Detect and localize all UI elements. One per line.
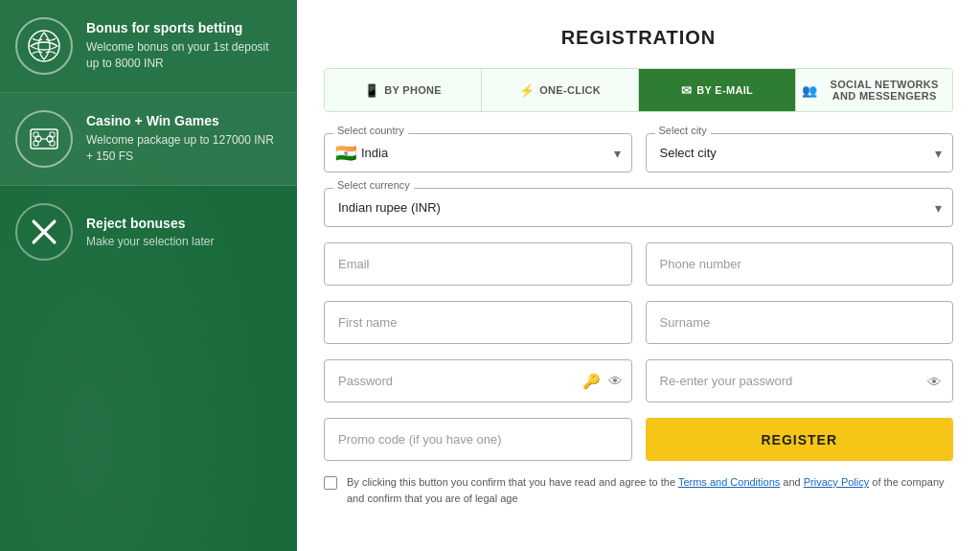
terms-text-middle: and [780,476,803,488]
sports-bonus-title: Bonus for sports betting [86,20,282,35]
city-label: Select city [655,125,711,136]
firstname-field [324,301,632,344]
casino-bonus-title: Casino + Win Games [86,113,282,128]
city-select[interactable]: Select city [646,133,954,172]
terms-row: By clicking this button you confirm that… [324,474,953,506]
email-field [324,242,632,286]
surname-field [646,301,954,344]
reject-desc: Make your selection later [86,235,214,248]
sidebar: Bonus for sports betting Welcome bonus o… [0,0,297,551]
promo-field [324,418,632,461]
firstname-input[interactable] [324,301,632,344]
sports-bonus-text: Bonus for sports betting Welcome bonus o… [86,20,282,72]
currency-select[interactable]: Indian rupee (INR) [324,188,953,227]
currency-select-wrapper: Indian rupee (INR) [324,188,953,227]
phone-field [646,242,954,286]
password-icons: 🔑 👁 [582,373,623,390]
country-select-wrapper: 🇮🇳 India [324,133,632,172]
terms-text-before: By clicking this button you confirm that… [347,476,678,488]
currency-field: Select currency Indian rupee (INR) [324,188,953,227]
reject-title: Reject bonuses [86,216,214,231]
email-phone-row [324,242,953,286]
email-tab-icon: ✉ [681,83,692,98]
surname-input[interactable] [646,301,954,344]
oneclick-tab-icon: ⚡ [519,83,535,98]
password-row: 🔑 👁 👁 [324,359,953,402]
reject-text: Reject bonuses Make your selection later [86,216,214,248]
tab-phone-label: BY PHONE [384,84,442,96]
name-row [324,301,953,344]
terms-text: By clicking this button you confirm that… [347,474,953,506]
reject-icon [15,203,73,261]
password-eye-icon[interactable]: 👁 [608,373,623,389]
registration-panel: REGISTRATION 📱 BY PHONE ⚡ ONE-CLICK ✉ BY… [297,0,980,551]
casino-bonus-icon [15,110,73,168]
email-input[interactable] [324,242,632,286]
sports-bonus-desc: Welcome bonus on your 1st deposit up to … [86,39,282,72]
country-city-row: Select country 🇮🇳 India Select city Sele… [324,133,953,172]
casino-bonus-text: Casino + Win Games Welcome package up to… [86,113,282,165]
terms-checkbox[interactable] [324,476,337,490]
sidebar-item-sports-bonus[interactable]: Bonus for sports betting Welcome bonus o… [0,0,297,93]
social-tab-icon: 👥 [802,83,817,98]
city-select-wrapper: Select city [646,133,954,172]
tab-email-label: BY E-MAIL [696,84,753,96]
terms-conditions-link[interactable]: Terms and Conditions [678,476,780,488]
promo-register-row: REGISTER [324,418,953,461]
phone-input[interactable] [646,242,954,286]
password-key-icon[interactable]: 🔑 [582,373,601,390]
registration-tabs: 📱 BY PHONE ⚡ ONE-CLICK ✉ BY E-MAIL 👥 SOC… [324,68,953,112]
country-field: Select country 🇮🇳 India [324,133,632,172]
promo-input[interactable] [324,418,632,461]
country-select[interactable]: India [324,133,632,172]
country-label: Select country [333,125,408,136]
page-title: REGISTRATION [324,27,953,49]
currency-label: Select currency [333,179,414,191]
sports-bonus-icon [15,17,73,75]
tab-email[interactable]: ✉ BY E-MAIL [639,69,796,111]
tab-oneclick[interactable]: ⚡ ONE-CLICK [482,69,639,111]
repassword-field: 👁 [646,359,954,402]
password-field: 🔑 👁 [324,359,632,402]
currency-row: Select currency Indian rupee (INR) [324,188,953,227]
tab-social[interactable]: 👥 SOCIAL NETWORKS AND MESSENGERS [796,69,952,111]
city-field: Select city Select city [646,133,954,172]
tab-phone[interactable]: 📱 BY PHONE [325,69,482,111]
repassword-input[interactable] [646,359,954,402]
tab-oneclick-label: ONE-CLICK [539,84,601,96]
sidebar-item-casino-bonus[interactable]: Casino + Win Games Welcome package up to… [0,93,297,186]
sidebar-item-reject[interactable]: Reject bonuses Make your selection later [0,186,297,278]
privacy-policy-link[interactable]: Privacy Policy [804,476,869,488]
register-button[interactable]: REGISTER [646,418,954,461]
svg-point-0 [29,31,59,61]
tab-social-label: SOCIAL NETWORKS AND MESSENGERS [822,79,946,102]
phone-tab-icon: 📱 [364,83,379,98]
casino-bonus-desc: Welcome package up to 127000 INR + 150 F… [86,132,282,165]
repassword-eye-icon[interactable]: 👁 [927,373,942,389]
